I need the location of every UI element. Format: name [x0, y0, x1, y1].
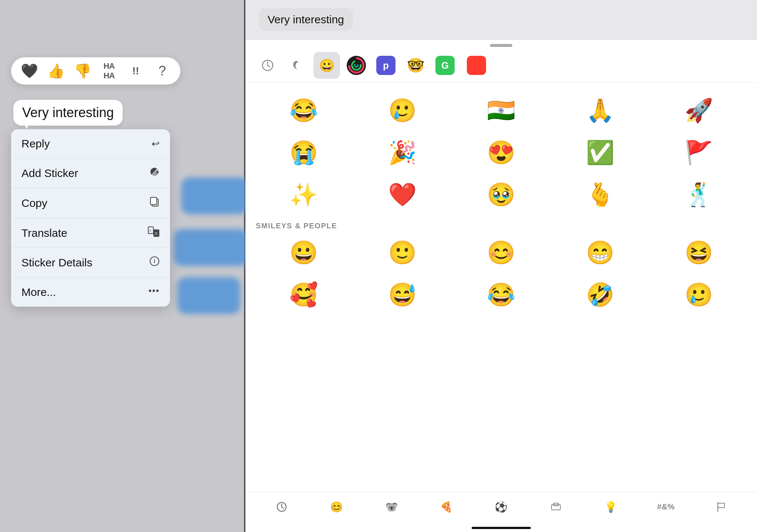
svg-rect-3	[150, 197, 157, 205]
tab-bar-recent[interactable]	[254, 496, 309, 518]
emoji-sweat-smile[interactable]: 😅	[353, 274, 452, 315]
svg-text:A: A	[149, 229, 151, 232]
menu-item-reply[interactable]: Reply ↩	[11, 129, 170, 158]
menu-item-sticker-details-label: Sticker Details	[21, 256, 92, 269]
emoji-rofl[interactable]: 🤣	[551, 274, 649, 315]
emoji-red-heart[interactable]: ❤️	[353, 174, 452, 215]
tab-emoji[interactable]: 😀	[313, 52, 340, 79]
tab-avatar[interactable]: 🤓	[402, 52, 429, 79]
svg-text:i: i	[154, 258, 155, 264]
more-icon	[148, 286, 160, 299]
emoji-grinning[interactable]: 😀	[254, 232, 353, 273]
smileys-row-1: 😀 🙂 😊 😁 😆	[254, 232, 748, 273]
reaction-heart[interactable]: 🖤	[19, 61, 39, 81]
bottom-tab-bar: 😊 🐨 🍕 ⚽ 💡 #&%	[245, 492, 757, 527]
add-sticker-icon	[149, 167, 160, 180]
tab-bar-activities[interactable]: ⚽	[474, 496, 529, 518]
preview-bubble: Very interesting	[259, 8, 353, 31]
emoji-smiling-eyes[interactable]: 😊	[452, 232, 550, 273]
message-text: Very interesting	[22, 105, 114, 120]
emoji-laughing[interactable]: 😂	[254, 90, 353, 131]
tab-bar-objects[interactable]: 💡	[584, 496, 638, 518]
avatar-tab-icon: 🤓	[407, 57, 424, 74]
tab-green-app[interactable]: G	[432, 52, 458, 79]
emoji-grid: 😂 🥲 🇮🇳 🙏 🚀 😭 🎉 😍 ✅ 🚩 ✨ ❤️ 🥹 🫰 🕺 SMILEYS …	[245, 83, 757, 492]
emoji-relieved-tear[interactable]: 🥲	[649, 274, 748, 315]
reaction-exclamation[interactable]: !!	[126, 61, 146, 81]
emoji-heart-eyes[interactable]: 😍	[452, 132, 550, 173]
background-bubble-3	[177, 277, 240, 314]
emoji-slightly-smiling[interactable]: 🙂	[353, 232, 452, 273]
tab-red-app[interactable]	[461, 52, 488, 79]
emoji-joy[interactable]: 😂	[452, 274, 550, 315]
reaction-haha[interactable]: HAHA	[99, 61, 119, 81]
emoji-sparkles[interactable]: ✨	[254, 174, 353, 215]
background-bubble-1	[181, 177, 248, 214]
preview-text: Very interesting	[268, 13, 344, 25]
menu-item-sticker-details[interactable]: Sticker Details i	[11, 248, 170, 277]
menu-item-copy-label: Copy	[21, 197, 47, 209]
reaction-bar[interactable]: 🖤 👍 👎 HAHA !! ?	[11, 57, 180, 85]
emoji-smiling-hearts[interactable]: 🥰	[254, 274, 353, 315]
right-panel: Very interesting 😀	[245, 0, 757, 532]
copy-icon	[149, 196, 160, 210]
background-bubble-2	[174, 229, 248, 266]
left-panel: 🖤 👍 👎 HAHA !! ? Very interesting Reply ↩…	[0, 0, 244, 532]
emoji-india-flag[interactable]: 🇮🇳	[452, 90, 550, 131]
emoji-category-tabs: 😀 p 🤓 G	[245, 48, 757, 83]
menu-item-translate-label: Translate	[21, 227, 67, 239]
tab-bar-flags[interactable]	[693, 496, 748, 518]
emoji-dancing[interactable]: 🕺	[649, 174, 748, 215]
reply-icon: ↩	[152, 138, 160, 150]
emoji-row-3: ✨ ❤️ 🥹 🫰 🕺	[254, 174, 748, 215]
svg-text:文: 文	[155, 232, 158, 235]
emoji-loudly-crying[interactable]: 😭	[254, 132, 353, 173]
tab-bar-animals[interactable]: 🐨	[364, 496, 419, 518]
emoji-red-flag[interactable]: 🚩	[649, 132, 748, 173]
emoji-holding-back-tears[interactable]: 🥲	[353, 90, 452, 131]
menu-item-add-sticker-label: Add Sticker	[21, 167, 78, 180]
smileys-row-2: 🥰 😅 😂 🤣 🥲	[254, 274, 748, 315]
menu-item-add-sticker[interactable]: Add Sticker	[11, 158, 170, 188]
translate-icon: A 文	[148, 226, 160, 239]
emoji-pleading[interactable]: 🥹	[452, 174, 550, 215]
emoji-squinting[interactable]: 😆	[649, 232, 748, 273]
menu-item-translate[interactable]: Translate A 文	[11, 218, 170, 248]
emoji-hand-pinch[interactable]: 🫰	[551, 174, 649, 215]
reaction-thumbs-up[interactable]: 👍	[46, 61, 66, 81]
reaction-thumbs-down[interactable]: 👎	[72, 61, 92, 81]
section-label-smileys: SMILEYS & PEOPLE	[254, 222, 748, 230]
svg-line-18	[268, 65, 270, 67]
tab-bar-travel[interactable]	[529, 496, 583, 518]
emoji-rocket[interactable]: 🚀	[649, 90, 748, 131]
menu-item-more[interactable]: More...	[11, 277, 170, 307]
emoji-row-2: 😭 🎉 😍 ✅ 🚩	[254, 132, 748, 173]
drag-handle	[490, 44, 512, 47]
info-icon: i	[149, 256, 160, 269]
message-preview: Very interesting	[245, 0, 757, 40]
tab-purple-app[interactable]: p	[373, 52, 399, 79]
emoji-check-mark[interactable]: ✅	[551, 132, 649, 173]
tab-moon[interactable]	[284, 52, 310, 79]
home-indicator	[472, 527, 531, 529]
emoji-tab-icon: 😀	[319, 58, 335, 73]
tab-bar-food[interactable]: 🍕	[419, 496, 473, 518]
emoji-grinning-teeth[interactable]: 😁	[551, 232, 649, 273]
svg-line-21	[282, 507, 284, 508]
tab-bar-smileys[interactable]: 😊	[309, 496, 364, 518]
context-menu: Reply ↩ Add Sticker Copy	[11, 129, 170, 307]
emoji-row-1: 😂 🥲 🇮🇳 🙏 🚀	[254, 90, 748, 131]
tab-bar-symbols[interactable]: #&%	[638, 496, 693, 518]
message-bubble: Very interesting	[13, 100, 123, 126]
emoji-party-popper[interactable]: 🎉	[353, 132, 452, 173]
menu-item-more-label: More...	[21, 286, 56, 299]
tab-recent[interactable]	[254, 52, 281, 79]
reaction-question[interactable]: ?	[152, 61, 172, 81]
emoji-folded-hands[interactable]: 🙏	[551, 90, 649, 131]
menu-item-reply-label: Reply	[21, 137, 50, 150]
tab-activity[interactable]	[343, 52, 370, 79]
menu-item-copy[interactable]: Copy	[11, 188, 170, 218]
